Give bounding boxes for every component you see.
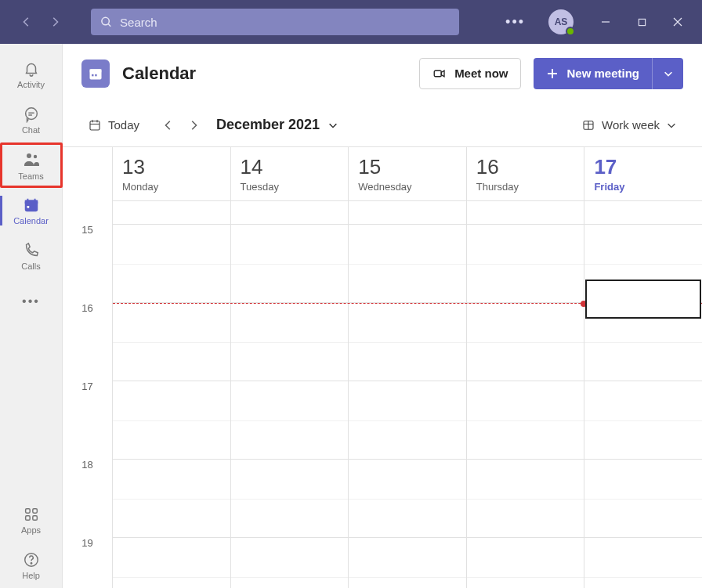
rail-item-teams[interactable]: Teams: [0, 142, 63, 188]
svg-rect-10: [25, 515, 30, 520]
meet-now-label: Meet now: [454, 67, 508, 80]
meet-now-button[interactable]: Meet now: [419, 58, 521, 89]
new-meeting-group: New meeting: [534, 58, 683, 89]
next-period-button[interactable]: [188, 120, 199, 131]
presence-available-icon: [566, 27, 575, 36]
window-controls: [588, 0, 696, 44]
calendar-toolbar: Today December 2021 Work week: [63, 103, 702, 147]
svg-rect-16: [92, 74, 94, 76]
month-label-text: December 2021: [216, 117, 320, 133]
apps-icon: [23, 506, 40, 523]
plus-icon: [546, 67, 559, 80]
video-icon: [432, 67, 447, 81]
calendar-icon: [23, 197, 40, 214]
hour-row: [113, 538, 702, 588]
svg-point-13: [31, 562, 31, 563]
rail-label: Calendar: [13, 216, 49, 225]
chevron-down-icon: [666, 120, 677, 131]
svg-rect-9: [32, 508, 37, 513]
calendar-today-icon: [88, 118, 102, 132]
chat-icon: [23, 106, 40, 123]
day-name: Friday: [594, 181, 693, 193]
back-button[interactable]: [13, 8, 41, 36]
svg-rect-19: [90, 121, 100, 129]
svg-rect-1: [639, 19, 645, 25]
grid-icon: [581, 118, 595, 132]
svg-rect-18: [434, 70, 441, 77]
time-label: 18: [63, 465, 112, 543]
titlebar: ••• AS: [0, 0, 702, 44]
svg-rect-7: [27, 205, 29, 207]
rail-label: Chat: [22, 125, 40, 135]
phone-icon: [23, 242, 40, 259]
search-container: [91, 9, 459, 35]
time-label: 15: [63, 230, 112, 308]
day-number: 14: [241, 155, 339, 179]
more-options-button[interactable]: •••: [496, 14, 534, 31]
search-icon: [100, 16, 112, 28]
avatar-initials: AS: [555, 16, 568, 27]
day-name: Monday: [122, 181, 221, 193]
day-number: 15: [358, 155, 457, 179]
search-box[interactable]: [91, 9, 459, 35]
day-headers: 13 Monday 14 Tuesday 15 Wednesday 16 Thu…: [113, 147, 702, 201]
ellipsis-icon: •••: [22, 294, 40, 308]
svg-point-2: [25, 107, 37, 119]
month-picker[interactable]: December 2021: [216, 117, 338, 133]
view-mode-picker[interactable]: Work week: [575, 114, 683, 137]
rail-label: Teams: [18, 171, 43, 181]
new-meeting-dropdown[interactable]: [652, 58, 683, 89]
day-header[interactable]: 14 Tuesday: [230, 147, 349, 200]
chevron-right-icon: [188, 120, 199, 131]
hour-row: [113, 460, 702, 538]
calendar-header: Calendar Meet now New meeting: [63, 44, 702, 103]
day-header[interactable]: 15 Wednesday: [348, 147, 466, 200]
chevron-left-icon: [163, 120, 174, 131]
minimize-button[interactable]: [588, 0, 624, 44]
time-label: 17: [63, 387, 112, 465]
today-label: Today: [108, 118, 139, 132]
rail-item-help[interactable]: Help: [0, 543, 63, 588]
day-name: Tuesday: [241, 181, 339, 193]
svg-rect-15: [90, 69, 102, 72]
maximize-button[interactable]: [624, 0, 660, 44]
chevron-down-icon: [663, 68, 674, 79]
rail-item-calendar[interactable]: Calendar: [0, 188, 63, 233]
rail-item-more[interactable]: •••: [0, 279, 63, 324]
rail-label: Help: [22, 571, 40, 580]
today-button[interactable]: Today: [81, 114, 146, 137]
prev-period-button[interactable]: [163, 120, 174, 131]
day-name: Thursday: [476, 181, 575, 193]
day-number: 16: [476, 155, 575, 179]
rail-item-calls[interactable]: Calls: [0, 233, 63, 279]
main-area: Calendar Meet now New meeting Today: [63, 44, 702, 588]
rail-label: Activity: [17, 80, 45, 89]
help-icon: [23, 551, 40, 568]
avatar[interactable]: AS: [548, 9, 574, 34]
calendar-body[interactable]: [113, 201, 702, 588]
selected-time-slot[interactable]: [585, 280, 701, 319]
forward-button[interactable]: [41, 8, 69, 36]
svg-rect-17: [95, 74, 97, 76]
calendar-badge-icon: [81, 60, 110, 88]
search-input[interactable]: [120, 16, 450, 29]
day-header[interactable]: 16 Thursday: [466, 147, 584, 200]
time-label: 19: [63, 543, 112, 588]
history-nav: [6, 8, 75, 36]
day-header[interactable]: 13 Monday: [113, 147, 230, 200]
teams-icon: [22, 150, 41, 169]
rail-item-apps[interactable]: Apps: [0, 497, 63, 543]
rail-item-chat[interactable]: Chat: [0, 97, 63, 142]
calendar-grid: 15 16 17 18 19 13 Monday 14 Tuesday: [63, 147, 702, 588]
chevron-down-icon: [327, 120, 338, 131]
svg-point-4: [33, 154, 36, 157]
time-label: 16: [63, 308, 112, 387]
svg-rect-8: [25, 508, 30, 513]
days-column: 13 Monday 14 Tuesday 15 Wednesday 16 Thu…: [113, 147, 702, 588]
rail-item-activity[interactable]: Activity: [0, 52, 63, 97]
new-meeting-button[interactable]: New meeting: [534, 58, 652, 89]
day-header-today[interactable]: 17 Friday: [584, 147, 702, 200]
rail-label: Calls: [21, 262, 40, 271]
app-rail: Activity Chat Teams Calendar Calls: [0, 44, 63, 588]
close-button[interactable]: [660, 0, 696, 44]
